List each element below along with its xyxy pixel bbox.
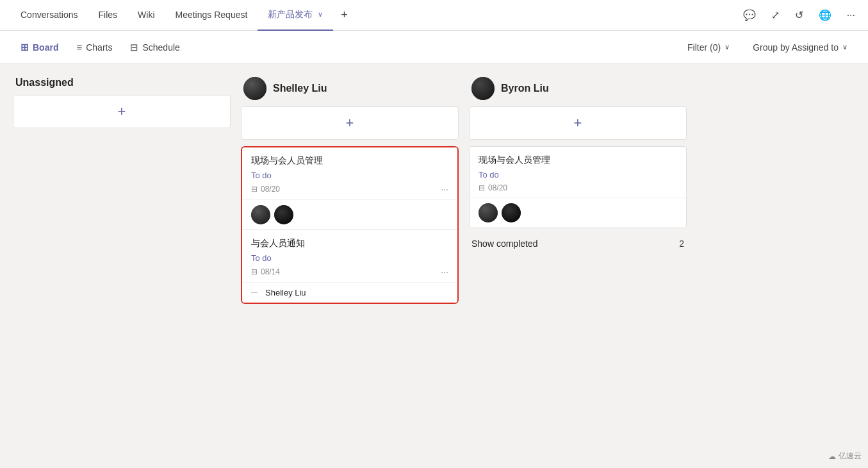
task-card-1-status[interactable]: To do: [251, 171, 448, 180]
completed-count: 2: [679, 238, 684, 249]
task-card-byron-1-date-value: 08/20: [488, 183, 507, 192]
column-header-unassigned: Unassigned: [13, 77, 231, 88]
show-completed-label: Show completed: [471, 238, 538, 249]
task-card-byron-1-status[interactable]: To do: [479, 170, 677, 180]
watermark: ☁ 亿速云: [828, 451, 862, 462]
task-card-byron-avatar-2: [502, 203, 521, 222]
watermark-icon: ☁: [828, 452, 836, 461]
task-card-2-title[interactable]: 与会人员通知: [251, 238, 448, 249]
nav-tab-conversations[interactable]: Conversations: [10, 0, 88, 31]
task-card-byron-1-meta: ⊟ 08/20: [479, 183, 677, 192]
column-unassigned: Unassigned +: [13, 77, 231, 455]
filter-label: Filter (0): [687, 42, 721, 53]
unassigned-title: Unassigned: [15, 77, 74, 88]
task-card-1-more-button[interactable]: ···: [441, 184, 448, 194]
column-header-byron: Byron Liu: [469, 77, 687, 100]
task-card-1: 现场与会人员管理 To do ⊟ 08/20 ···: [242, 147, 457, 230]
schedule-tab-label: Schedule: [142, 42, 179, 53]
add-tab-button[interactable]: +: [333, 3, 356, 27]
add-card-unassigned-button[interactable]: +: [13, 95, 231, 128]
view-tab-charts[interactable]: ≡ Charts: [69, 38, 120, 56]
task-card-1-footer: [242, 199, 457, 230]
task-card-byron-1-body: 现场与会人员管理 To do ⊟ 08/20: [470, 147, 686, 197]
task-card-1-body: 现场与会人员管理 To do ⊟ 08/20 ···: [242, 147, 457, 199]
task-card-1-date-value: 08/20: [261, 185, 280, 194]
chat-icon[interactable]: 💬: [741, 6, 758, 24]
calendar-icon-2: ⊟: [251, 267, 258, 276]
task-card-1-title[interactable]: 现场与会人员管理: [251, 155, 448, 167]
add-card-byron-icon: +: [574, 115, 582, 131]
task-card-2-person-name: Shelley Liu: [265, 288, 306, 297]
add-card-shelley-icon: +: [346, 115, 354, 131]
view-tab-board[interactable]: ⊞ Board: [13, 38, 66, 57]
task-card-2: 与会人员通知 To do ⊟ 08/14 ··· — Shelley Liu: [242, 230, 457, 303]
add-card-shelley-button[interactable]: +: [241, 106, 459, 140]
task-card-2-body: 与会人员通知 To do ⊟ 08/14 ···: [242, 230, 457, 282]
nav-action-icons: 💬 ⤢ ↺ 🌐 ···: [741, 6, 858, 24]
charts-icon: ≡: [76, 42, 82, 53]
column-byron: Byron Liu + 现场与会人员管理 To do ⊟ 08/20: [469, 77, 687, 455]
selected-card-group: 现场与会人员管理 To do ⊟ 08/20 ···: [241, 146, 459, 304]
nav-tab-new-product-label: 新产品发布: [268, 9, 313, 21]
byron-title: Byron Liu: [501, 83, 549, 94]
nav-tab-wiki[interactable]: Wiki: [127, 0, 165, 31]
shelley-title: Shelley Liu: [273, 83, 327, 94]
calendar-icon-1: ⊟: [251, 185, 258, 194]
nav-tab-new-product[interactable]: 新产品发布 ∨: [258, 0, 333, 31]
more-icon[interactable]: ···: [844, 7, 858, 24]
task-card-byron-1-title[interactable]: 现场与会人员管理: [479, 155, 677, 166]
task-card-byron-1-date: ⊟ 08/20: [479, 183, 507, 192]
shelley-avatar: [243, 77, 266, 100]
schedule-icon: ⊟: [130, 42, 138, 53]
task-card-1-date: ⊟ 08/20: [251, 185, 280, 194]
board-tab-label: Board: [33, 42, 58, 53]
column-shelley: Shelley Liu + 现场与会人员管理 To do ⊟ 08/20 ···: [241, 77, 459, 455]
globe-icon[interactable]: 🌐: [816, 6, 834, 24]
task-card-byron-avatar-1: [479, 203, 498, 222]
watermark-text: 亿速云: [839, 451, 862, 462]
task-card-2-meta: ⊟ 08/14 ···: [251, 267, 448, 277]
nav-tab-meetings[interactable]: Meetings Request: [165, 0, 258, 31]
task-card-1-avatar-1: [251, 205, 270, 224]
top-navigation: Conversations Files Wiki Meetings Reques…: [0, 0, 868, 31]
chevron-down-icon: ∨: [318, 10, 323, 19]
group-by-button[interactable]: Group by Assigned to ∨: [745, 38, 855, 56]
column-header-shelley: Shelley Liu: [241, 77, 459, 100]
expand-icon[interactable]: ⤢: [769, 6, 782, 24]
filter-button[interactable]: Filter (0) ∨: [680, 38, 737, 56]
calendar-icon-byron-1: ⊟: [479, 183, 485, 192]
charts-tab-label: Charts: [86, 42, 112, 53]
group-by-chevron-icon: ∨: [842, 43, 848, 51]
view-tab-schedule[interactable]: ⊟ Schedule: [122, 38, 187, 57]
show-completed-button[interactable]: Show completed 2: [469, 232, 687, 255]
task-card-2-footer: — Shelley Liu: [242, 282, 457, 303]
task-card-byron-1-footer: [470, 197, 686, 228]
task-card-2-more-button[interactable]: ···: [441, 267, 448, 277]
task-card-2-status[interactable]: To do: [251, 253, 448, 263]
board-content: Unassigned + Shelley Liu + 现场与会人员管理 To d…: [0, 64, 868, 468]
add-card-icon: +: [118, 103, 126, 120]
add-card-byron-button[interactable]: +: [469, 106, 687, 140]
nav-tab-files[interactable]: Files: [88, 0, 128, 31]
task-card-byron-1: 现场与会人员管理 To do ⊟ 08/20: [469, 146, 687, 228]
task-card-2-date-value: 08/14: [261, 267, 280, 276]
refresh-icon[interactable]: ↺: [792, 6, 806, 24]
group-by-label: Group by Assigned to: [753, 42, 839, 53]
view-toolbar: ⊞ Board ≡ Charts ⊟ Schedule Filter (0) ∨…: [0, 31, 868, 64]
filter-chevron-icon: ∨: [725, 43, 730, 51]
toolbar-right-actions: Filter (0) ∨ Group by Assigned to ∨: [680, 38, 855, 56]
board-icon: ⊞: [20, 42, 29, 53]
task-card-1-meta: ⊟ 08/20 ···: [251, 184, 448, 194]
task-card-2-date: ⊟ 08/14: [251, 267, 280, 276]
view-tab-group: ⊞ Board ≡ Charts ⊟ Schedule: [13, 38, 188, 57]
task-card-1-avatar-2: [274, 205, 293, 224]
byron-avatar: [471, 77, 495, 100]
